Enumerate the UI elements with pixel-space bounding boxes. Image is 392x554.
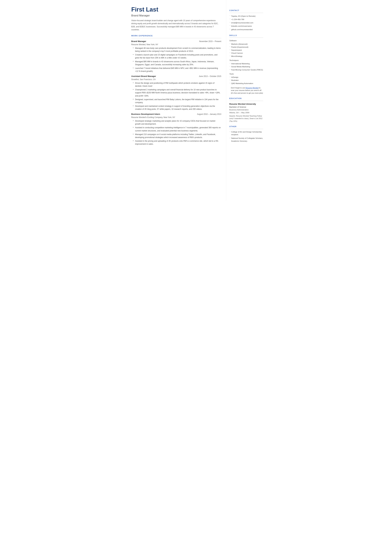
list-item: Managed $95 MM in brands in 43 showrooms… bbox=[133, 60, 221, 66]
resume-worded-link[interactable]: Resume Worded bbox=[245, 87, 259, 89]
list-item: College of Art and Design Scholarship re… bbox=[229, 131, 263, 136]
list-item: Drove the design and positioning of RW t… bbox=[133, 82, 221, 88]
job-2-dates: June 2013 – October 2015 bbox=[199, 75, 221, 78]
list-item: Topeka, KS (Open to Remote) bbox=[229, 14, 263, 18]
contact-section: CONTACT Topeka, KS (Open to Remote) +1-2… bbox=[229, 9, 263, 31]
candidate-summary: Vision-focused strategic brand builder a… bbox=[131, 19, 221, 31]
edu-school: Resume Worded University bbox=[229, 103, 263, 106]
list-item: Assisted in conducting competitive marke… bbox=[133, 126, 221, 132]
job-1: Brand Manager November 2015 – Present Re… bbox=[131, 40, 221, 73]
job-1-company: Resume Worded, New York, NY bbox=[131, 43, 221, 46]
job-1-dates: November 2015 – Present bbox=[199, 40, 221, 43]
software-label: Software: bbox=[229, 39, 263, 42]
job-2: Assistant Brand Manager June 2013 – Octo… bbox=[131, 75, 221, 111]
job-2-title: Assistant Brand Manager bbox=[131, 75, 156, 78]
list-item: MicroStrategy bbox=[229, 55, 263, 58]
job-1-header: Brand Manager November 2015 – Present bbox=[131, 40, 221, 43]
list-item: Fast-Moving Consumer Goods (FMCG) bbox=[229, 68, 263, 71]
other-header: OTHER bbox=[229, 125, 263, 128]
job-2-company: Growthsi, San Francisco, CA bbox=[131, 78, 221, 81]
list-item: Created a launch plan and 15 digital cam… bbox=[133, 53, 221, 59]
contact-divider bbox=[229, 13, 263, 13]
work-experience-section: WORK EXPERIENCE Brand Manager November 2… bbox=[131, 35, 221, 146]
job-1-bullets: Managed 48 new body care products develo… bbox=[133, 47, 221, 73]
list-item: Illustrator bbox=[229, 79, 263, 82]
education-section: EDUCATION Resume Worded University Bache… bbox=[229, 97, 263, 122]
candidate-name: First Last bbox=[131, 6, 221, 13]
software-list: Marketo (Advanced) Pardot (Experienced) … bbox=[229, 43, 263, 58]
contact-list: Topeka, KS (Open to Remote) +1-234-456-7… bbox=[229, 14, 263, 31]
list-item: Pardot (Experienced) bbox=[229, 46, 263, 49]
job-3-bullets: Developed strategic marketing and analyt… bbox=[133, 119, 221, 146]
list-item: Assisted in the pricing and uploading of… bbox=[133, 140, 221, 146]
education-header: EDUCATION bbox=[229, 97, 263, 100]
list-item: github.com/resumeworded bbox=[229, 28, 263, 31]
skills-note-prefix: Don't forget to use bbox=[231, 87, 246, 89]
job-3-header: Business Development Intern August 2010 … bbox=[131, 112, 221, 116]
job-2-bullets: Drove the design and positioning of RW t… bbox=[133, 82, 221, 111]
list-item: QAD Marketing Automation bbox=[229, 82, 263, 85]
edu-awards: Awards: Resume Worded Teaching Fellow (o… bbox=[229, 115, 263, 123]
list-item: Developed and maintained content strateg… bbox=[133, 105, 221, 111]
skills-header: SKILLS bbox=[229, 34, 263, 37]
techniques-label: Techniques: bbox=[229, 59, 263, 62]
list-item: InDesign bbox=[229, 76, 263, 79]
right-column: CONTACT Topeka, KS (Open to Remote) +1-2… bbox=[226, 0, 267, 201]
list-item: linkedin.com/in/username bbox=[229, 24, 263, 28]
header: First Last Brand Manager Vision-focused … bbox=[131, 6, 221, 31]
edu-field: Business Administration bbox=[229, 108, 263, 111]
list-item: +1-234-456-789 bbox=[229, 18, 263, 21]
edu-location: Atlanta, GA — May 2009 bbox=[229, 111, 263, 114]
job-1-title: Brand Manager bbox=[131, 40, 146, 43]
job-3-dates: August 2010 – January 2013 bbox=[197, 113, 221, 116]
job-3-company: Resume Worded's Exciting Company, New Yo… bbox=[131, 116, 221, 119]
list-item: Managed 210 campaigns on 6 social media … bbox=[133, 133, 221, 139]
list-item: email@resumeworded.com bbox=[229, 21, 263, 24]
job-2-header: Assistant Brand Manager June 2013 – Octo… bbox=[131, 75, 221, 78]
list-item: Championed 2 marketing campaigns and ove… bbox=[133, 88, 221, 98]
list-item: Developed strategic marketing and analyt… bbox=[133, 119, 221, 126]
left-column: First Last Brand Manager Vision-focused … bbox=[125, 0, 226, 201]
list-item: Squarespace bbox=[229, 49, 263, 52]
job-3: Business Development Intern August 2010 … bbox=[131, 112, 221, 146]
list-item: Launched 7 brand initiatives that delive… bbox=[133, 67, 221, 73]
list-item: Designed, supervised, and launched RW Ba… bbox=[133, 98, 221, 104]
list-item: International Marketing bbox=[229, 62, 263, 65]
list-item: Social Media Marketing bbox=[229, 65, 263, 68]
candidate-title: Brand Manager bbox=[131, 14, 221, 18]
list-item: Marketo (Advanced) bbox=[229, 43, 263, 46]
contact-header: CONTACT bbox=[229, 9, 263, 12]
tools-label: Tools: bbox=[229, 73, 263, 75]
list-item: Managed 48 new body care products develo… bbox=[133, 47, 221, 53]
techniques-list: International Marketing Social Media Mar… bbox=[229, 62, 263, 71]
other-section: OTHER College of Art and Design Scholars… bbox=[229, 125, 263, 142]
list-item: Cloud Cannon bbox=[229, 52, 263, 55]
job-3-title: Business Development Intern bbox=[131, 112, 160, 116]
skills-note: Don't forget to use Resume Worded to sca… bbox=[229, 87, 263, 94]
resume-page: First Last Brand Manager Vision-focused … bbox=[125, 0, 267, 201]
education-divider bbox=[229, 101, 263, 101]
edu-degree: Bachelor of Science bbox=[229, 106, 263, 108]
tools-list: InDesign Illustrator QAD Marketing Autom… bbox=[229, 76, 263, 85]
list-item: National Society of Collegiate Scholars,… bbox=[229, 137, 263, 142]
skills-section: SKILLS Software: Marketo (Advanced) Pard… bbox=[229, 34, 263, 94]
work-experience-header: WORK EXPERIENCE bbox=[131, 35, 221, 37]
